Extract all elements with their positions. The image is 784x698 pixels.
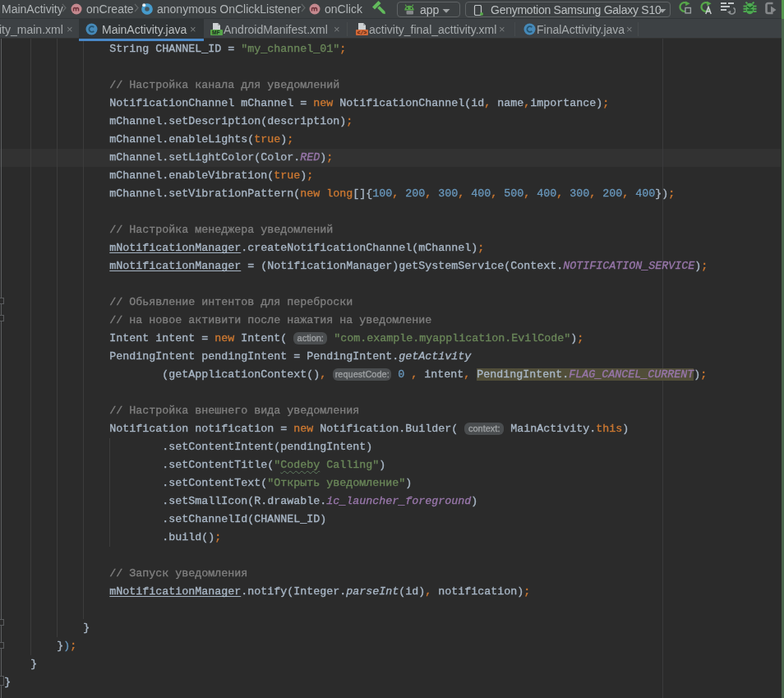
svg-text:</>: </> xyxy=(357,30,367,36)
svg-text:MF: MF xyxy=(212,30,219,35)
